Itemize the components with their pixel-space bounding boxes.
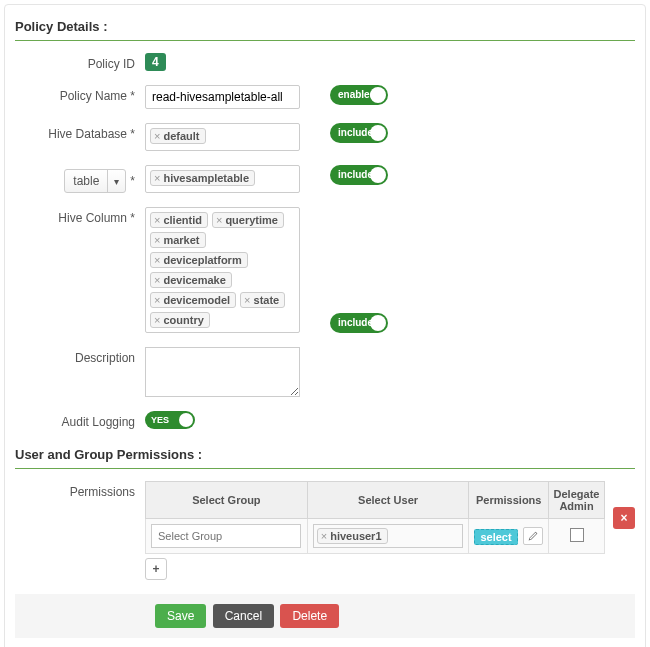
tag-label: hiveuser1 [330,530,381,542]
tag-label: default [163,130,199,142]
tag-devicemake[interactable]: ×devicemake [150,272,232,288]
toggle-knob-icon [370,87,386,103]
enabled-toggle[interactable]: enabled [330,85,388,105]
table-include-label: include [338,169,373,180]
cancel-button[interactable]: Cancel [213,604,274,628]
action-bar: Save Cancel Delete [15,594,635,638]
table-tagbox[interactable]: ×hivesampletable [145,165,300,193]
permissions-label: Permissions [15,481,145,499]
close-icon: × [620,511,627,525]
remove-tag-icon[interactable]: × [154,254,160,266]
tag-country[interactable]: ×country [150,312,210,328]
table-row: ×hiveuser1 select [146,519,605,554]
tag-deviceplatform[interactable]: ×deviceplatform [150,252,248,268]
tag-label: country [163,314,203,326]
hive-column-label: Hive Column * [15,207,145,225]
col-select-user: Select User [307,482,469,519]
policy-name-input[interactable] [145,85,300,109]
remove-tag-icon[interactable]: × [154,234,160,246]
policy-name-label: Policy Name * [15,85,145,103]
col-select-group: Select Group [146,482,308,519]
edit-permission-button[interactable] [523,527,543,545]
tag-hivesampletable[interactable]: ×hivesampletable [150,170,255,186]
user-group-perm-header: User and Group Permissions : [15,443,635,469]
audit-logging-value: YES [151,415,169,425]
remove-tag-icon[interactable]: × [216,214,222,226]
description-textarea[interactable] [145,347,300,397]
db-include-label: include [338,127,373,138]
hive-database-label: Hive Database * [15,123,145,141]
table-include-toggle[interactable]: include [330,165,388,185]
remove-tag-icon[interactable]: × [154,130,160,142]
table-type-select[interactable]: table ▾ [64,169,126,193]
table-type-value: table [65,174,107,188]
policy-id-label: Policy ID [15,53,145,71]
permission-chip[interactable]: select [474,529,517,545]
policy-id-badge: 4 [145,53,166,71]
db-include-toggle[interactable]: include [330,123,388,143]
remove-tag-icon[interactable]: × [154,172,160,184]
policy-details-header: Policy Details : [15,15,635,41]
audit-logging-toggle[interactable]: YES [145,411,195,429]
tag-label: deviceplatform [163,254,241,266]
audit-logging-label: Audit Logging [15,411,145,429]
tag-label: market [163,234,199,246]
column-include-label: include [338,317,373,328]
pencil-icon [528,531,538,541]
permissions-table: Select Group Select User Permissions Del… [145,481,605,554]
plus-icon: + [152,562,159,576]
table-asterisk: * [130,174,135,188]
policy-panel: Policy Details : Policy ID 4 Policy Name… [4,4,646,647]
remove-tag-icon[interactable]: × [154,294,160,306]
description-label: Description [15,347,145,365]
select-group-input[interactable] [151,524,301,548]
toggle-knob-icon [370,167,386,183]
remove-tag-icon[interactable]: × [154,274,160,286]
tag-label: querytime [225,214,278,226]
remove-tag-icon[interactable]: × [154,214,160,226]
save-button[interactable]: Save [155,604,206,628]
chevron-down-icon: ▾ [107,170,125,192]
tag-default[interactable]: ×default [150,128,206,144]
delete-button[interactable]: Delete [280,604,339,628]
select-user-tagbox[interactable]: ×hiveuser1 [313,524,463,548]
tag-querytime[interactable]: ×querytime [212,212,284,228]
tag-label: hivesampletable [163,172,249,184]
tag-state[interactable]: ×state [240,292,285,308]
toggle-knob-icon [370,125,386,141]
tag-label: devicemodel [163,294,230,306]
tag-hiveuser1[interactable]: ×hiveuser1 [317,528,388,544]
tag-label: state [254,294,280,306]
remove-tag-icon[interactable]: × [154,314,160,326]
hive-database-tagbox[interactable]: ×default [145,123,300,151]
add-row-button[interactable]: + [145,558,167,580]
tag-label: devicemake [163,274,225,286]
remove-row-button[interactable]: × [613,507,635,529]
hive-column-tagbox[interactable]: ×clientid×querytime×market×deviceplatfor… [145,207,300,333]
tag-clientid[interactable]: ×clientid [150,212,208,228]
delegate-admin-checkbox[interactable] [570,528,584,542]
col-permissions: Permissions [469,482,549,519]
toggle-knob-icon [370,315,386,331]
tag-devicemodel[interactable]: ×devicemodel [150,292,236,308]
col-delegate-admin: Delegate Admin [549,482,605,519]
remove-tag-icon[interactable]: × [321,530,327,542]
remove-tag-icon[interactable]: × [244,294,250,306]
tag-label: clientid [163,214,202,226]
tag-market[interactable]: ×market [150,232,206,248]
toggle-knob-icon [179,413,193,427]
column-include-toggle[interactable]: include [330,313,388,333]
